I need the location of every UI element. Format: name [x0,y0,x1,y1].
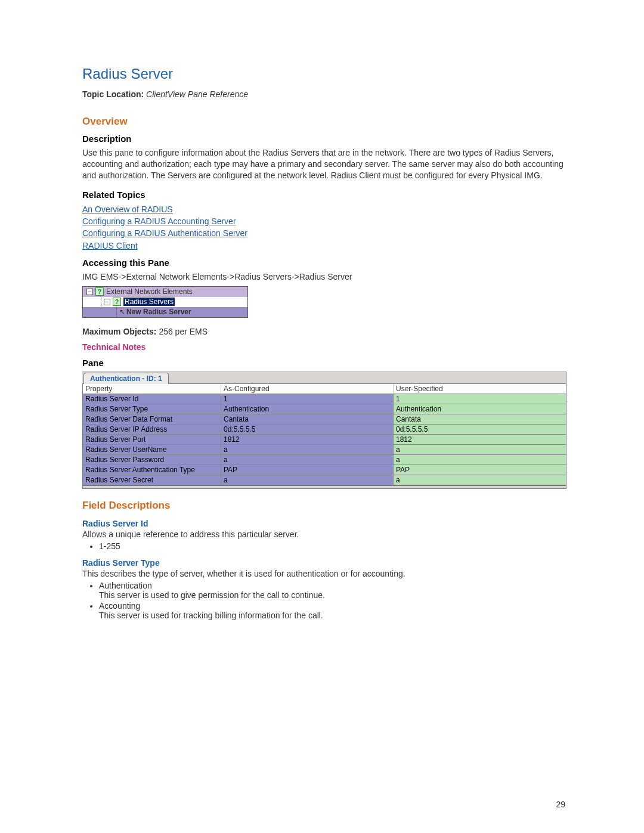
topic-location: Topic Location: ClientView Pane Referenc… [82,89,566,99]
field-id-bullets: 1-255 [99,541,566,551]
link-radius-client[interactable]: RADIUS Client [82,240,138,252]
tab-authentication[interactable]: Authentication - ID: 1 [83,373,169,384]
tree-row-radius-servers[interactable]: − ? Radius Servers [83,297,247,307]
cell-property: Radius Server IP Address [83,424,221,434]
description-heading: Description [82,134,566,144]
description-text: Use this pane to configure information a… [82,147,566,181]
bullet-desc: This server is used to give permission f… [99,590,566,600]
property-table: Property As-Configured User-Specified Ra… [82,383,566,485]
topic-location-label: Topic Location: [82,89,144,99]
cell-as-configured: a [221,475,394,485]
cell-user-specified[interactable]: a [394,454,566,465]
cell-user-specified[interactable]: 1 [394,394,566,404]
list-item: 1-255 [99,541,566,551]
technical-notes-label: Technical Notes [82,342,566,352]
accessing-pane-heading: Accessing this Pane [82,258,566,268]
cell-as-configured: a [221,454,394,465]
page-number: 29 [556,800,565,809]
topic-location-value: ClientView Pane Reference [146,89,248,99]
overview-heading: Overview [82,116,566,128]
cell-as-configured: 0d:5.5.5.5 [221,424,394,434]
cell-as-configured: 1 [221,394,394,404]
tree-label-selected: Radius Servers [123,298,175,306]
cell-user-specified[interactable]: 1812 [394,434,566,444]
cell-user-specified[interactable]: PAP [394,465,566,475]
nav-tree-panel: − ? External Network Elements − ? Radius… [82,286,248,318]
table-row: Radius Server UserNameaa [83,444,566,454]
table-row: Radius Server Data FormatCantataCantata [83,414,566,424]
related-topics-heading: Related Topics [82,190,566,200]
link-config-authentication[interactable]: Configuring a RADIUS Authentication Serv… [82,227,247,239]
cell-property: Radius Server Password [83,454,221,465]
related-links-block: An Overview of RADIUS Configuring a RADI… [82,203,566,252]
tree-label: New Radius Server [126,308,191,316]
cell-property: Radius Server Authentication Type [83,465,221,475]
link-config-accounting[interactable]: Configuring a RADIUS Accounting Server [82,215,236,227]
document-page: Radius Server Topic Location: ClientView… [0,0,644,833]
field-name-radius-type: Radius Server Type [82,558,566,568]
field-descriptions-heading: Field Descriptions [82,500,566,512]
tree-collapse-icon[interactable]: − [86,289,93,295]
property-pane: Authentication - ID: 1 Property As-Confi… [82,371,566,489]
cell-property: Radius Server UserName [83,444,221,454]
cell-user-specified[interactable]: Cantata [394,414,566,424]
cell-as-configured: Authentication [221,404,394,414]
tree-row-new-radius-server[interactable]: ↖ New Radius Server [83,307,247,317]
bullet-desc: This server is used for tracking billing… [99,611,566,620]
field-text: Allows a unique reference to address thi… [82,529,566,539]
tree-doc-icon: ? [113,298,121,306]
cell-property: Radius Server Port [83,434,221,444]
tree-collapse-icon[interactable]: − [104,299,110,305]
cell-as-configured: 1812 [221,434,394,444]
max-objects-value: 256 per EMS [159,327,208,336]
link-overview-radius[interactable]: An Overview of RADIUS [82,203,173,215]
table-row: Radius Server Port18121812 [83,434,566,444]
list-item: Authentication This server is used to gi… [99,581,566,600]
bullet-label: Accounting [99,601,140,611]
cell-user-specified[interactable]: a [394,444,566,454]
cell-user-specified[interactable]: 0d:5.5.5.5 [394,424,566,434]
field-type-bullets: Authentication This server is used to gi… [99,581,566,620]
cell-property: Radius Server Data Format [83,414,221,424]
bullet-label: Authentication [99,581,152,590]
pane-heading: Pane [82,358,566,368]
table-row: Radius Server Secretaa [83,475,566,485]
col-header-as-configured: As-Configured [221,384,394,394]
page-title: Radius Server [82,66,566,82]
cell-as-configured: PAP [221,465,394,475]
max-objects-label: Maximum Objects: [82,327,156,336]
cell-property: Radius Server Secret [83,475,221,485]
cell-user-specified[interactable]: a [394,475,566,485]
cell-as-configured: Cantata [221,414,394,424]
property-header-row: Property As-Configured User-Specified [83,384,566,394]
table-row: Radius Server IP Address0d:5.5.5.50d:5.5… [83,424,566,434]
table-row: Radius Server Passwordaa [83,454,566,465]
cell-property: Radius Server Id [83,394,221,404]
cursor-icon: ↖ [119,308,125,316]
access-path: IMG EMS->External Network Elements->Radi… [82,271,566,283]
cell-user-specified[interactable]: Authentication [394,404,566,414]
table-row: Radius Server TypeAuthenticationAuthenti… [83,404,566,414]
cell-property: Radius Server Type [83,404,221,414]
field-text: This describes the type of server, wheth… [82,569,566,578]
cell-as-configured: a [221,444,394,454]
table-row: Radius Server Id11 [83,394,566,404]
table-row: Radius Server Authentication TypePAPPAP [83,465,566,475]
col-header-user-specified: User-Specified [394,384,566,394]
tree-connector-icon [116,307,117,317]
property-tab-bar: Authentication - ID: 1 [82,371,566,383]
field-name-radius-id: Radius Server Id [82,519,566,528]
tree-row-external-network[interactable]: − ? External Network Elements [83,287,247,297]
col-header-property: Property [83,384,221,394]
property-pane-footer [82,485,566,489]
tree-label: External Network Elements [106,287,193,296]
tree-doc-icon: ? [95,287,104,296]
list-item: Accounting This server is used for track… [99,601,566,620]
tree-connector-icon [101,297,101,307]
